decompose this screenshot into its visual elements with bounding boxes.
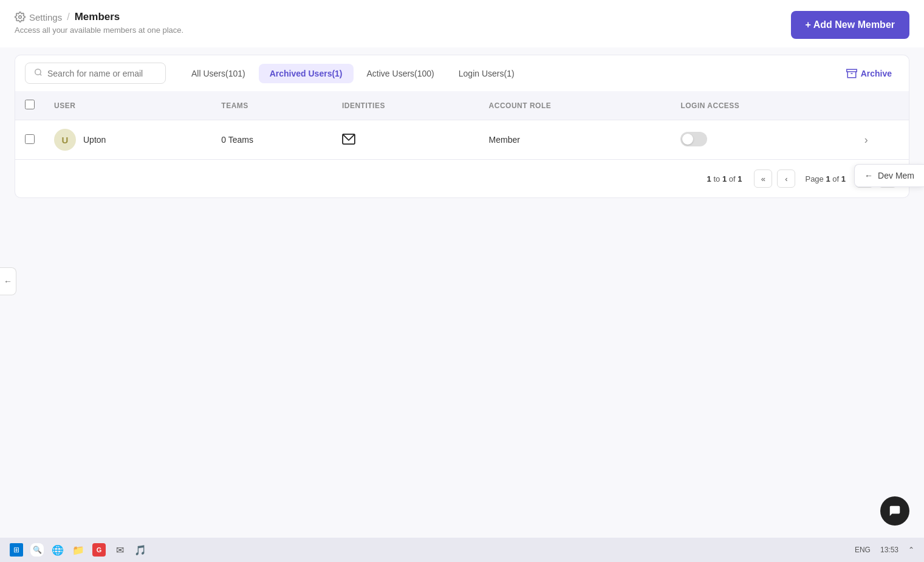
toggle-slider (680, 132, 707, 146)
taskbar-app5[interactable]: 🎵 (134, 543, 147, 557)
header-login-access: LOGIN ACCESS (671, 91, 854, 120)
breadcrumb-settings-label: Settings (29, 12, 62, 22)
breadcrumb-current-label: Members (75, 11, 120, 23)
row-checkbox-cell (15, 120, 44, 160)
back-arrow-icon: ← (4, 276, 12, 286)
search-icon (34, 68, 43, 78)
teams-count: 0 Teams (221, 135, 253, 145)
row-teams-cell: 0 Teams (211, 120, 332, 160)
taskbar-app4[interactable]: ✉ (113, 543, 126, 557)
header-checkbox-col (15, 91, 44, 120)
taskbar-app1[interactable]: 🌐 (51, 543, 64, 557)
taskbar-search-icon[interactable]: 🔍 (30, 543, 44, 557)
header-teams: TEAMS (211, 91, 332, 120)
breadcrumb-area: Settings / Members Access all your avail… (15, 11, 183, 35)
tab-archived-users[interactable]: Archived Users(1) (259, 64, 354, 83)
search-input[interactable] (47, 69, 157, 78)
page-header: Settings / Members Access all your avail… (0, 0, 924, 47)
tab-login-users[interactable]: Login Users(1) (448, 64, 525, 83)
pagination-row: 1 to 1 of 1 « ‹ Page 1 of 1 › » (15, 159, 909, 197)
taskbar-right: ENG 13:53 ⌃ (855, 546, 914, 554)
dev-menu-popup[interactable]: ← Dev Mem (854, 164, 924, 187)
breadcrumb-settings-link[interactable]: Settings (15, 12, 62, 22)
page-subtitle: Access all your available members at one… (15, 26, 183, 35)
login-access-toggle[interactable] (680, 132, 707, 146)
row-expand-icon[interactable]: › (864, 134, 868, 146)
table-header-row: USER TEAMS IDENTITIES ACCOUNT ROLE LOGIN… (15, 91, 909, 120)
user-name: Upton (83, 135, 106, 145)
row-identities-cell (332, 120, 479, 160)
table-container: USER TEAMS IDENTITIES ACCOUNT ROLE LOGIN… (15, 91, 909, 198)
dev-menu-label: Dev Mem (878, 171, 914, 180)
row-login-access-cell (671, 120, 854, 160)
toolbar: All Users(101) Archived Users(1) Active … (15, 55, 909, 91)
row-checkbox[interactable] (25, 134, 35, 144)
email-identity-icon (342, 137, 355, 146)
taskbar-time: 13:53 (880, 546, 898, 554)
archive-btn-label: Archive (861, 69, 892, 78)
tab-active-users[interactable]: Active Users(100) (356, 64, 445, 83)
tabs-container: All Users(101) Archived Users(1) Active … (180, 64, 834, 83)
select-all-checkbox[interactable] (25, 100, 35, 109)
search-box (25, 63, 166, 84)
first-page-button[interactable]: « (754, 170, 772, 188)
archive-button[interactable]: Archive (839, 63, 899, 84)
taskbar-expand-icon: ⌃ (908, 546, 914, 554)
tab-all-users[interactable]: All Users(101) (180, 64, 256, 83)
prev-page-button[interactable]: ‹ (777, 170, 795, 188)
row-account-role-cell: Member (479, 120, 671, 160)
members-table: USER TEAMS IDENTITIES ACCOUNT ROLE LOGIN… (15, 91, 909, 159)
breadcrumb-separator: / (67, 12, 69, 22)
header-actions (855, 91, 909, 120)
header-user: USER (44, 91, 211, 120)
svg-point-0 (19, 16, 22, 19)
chat-fab-button[interactable] (880, 496, 909, 526)
svg-point-1 (35, 69, 41, 75)
taskbar-windows-icon[interactable]: ⊞ (10, 543, 23, 557)
taskbar-lang: ENG (855, 546, 871, 554)
back-button[interactable]: ← (0, 267, 16, 295)
main-content: All Users(101) Archived Users(1) Active … (0, 55, 924, 198)
table-row: U Upton 0 Teams (15, 120, 909, 160)
taskbar-app2[interactable]: 📁 (72, 543, 85, 557)
taskbar-left: ⊞ 🔍 🌐 📁 G ✉ 🎵 (10, 543, 147, 557)
taskbar-app3[interactable]: G (92, 543, 106, 557)
dev-menu-back-icon: ← (864, 171, 873, 180)
page-label: Page 1 of 1 (800, 174, 850, 183)
gear-icon (15, 12, 26, 22)
svg-rect-3 (846, 69, 857, 72)
row-user-cell: U Upton (44, 120, 211, 160)
header-identities: IDENTITIES (332, 91, 479, 120)
add-new-member-button[interactable]: + Add New Member (791, 11, 909, 39)
taskbar: ⊞ 🔍 🌐 📁 G ✉ 🎵 ENG 13:53 ⌃ (0, 538, 924, 562)
header-account-role: ACCOUNT ROLE (479, 91, 671, 120)
svg-line-2 (40, 74, 42, 76)
row-chevron-cell[interactable]: › (855, 120, 909, 160)
account-role-value: Member (489, 135, 520, 145)
archive-icon (846, 68, 857, 79)
chat-icon (888, 504, 902, 518)
breadcrumb: Settings / Members (15, 11, 183, 23)
avatar: U (54, 129, 76, 151)
pagination-range: 1 to 1 of 1 (707, 174, 742, 183)
